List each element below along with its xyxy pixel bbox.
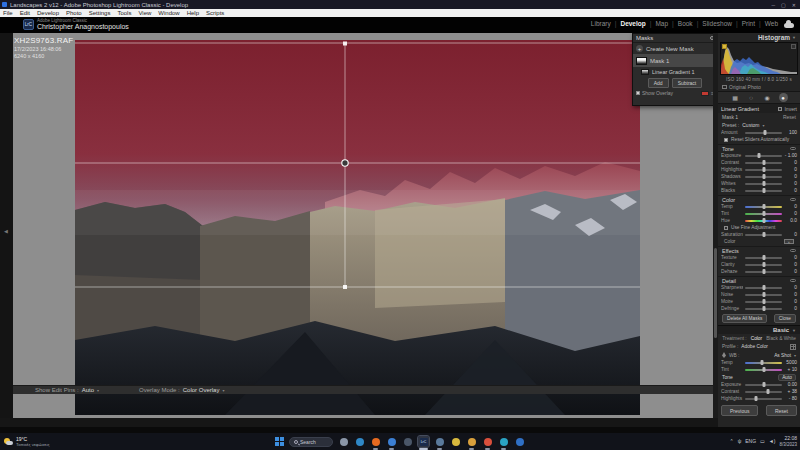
treatment-bw-option[interactable]: Black & White (766, 336, 796, 341)
outlook-icon[interactable] (514, 436, 525, 447)
histogram-graph[interactable] (720, 42, 798, 75)
start-button[interactable] (275, 437, 284, 446)
slider-track[interactable] (745, 384, 782, 386)
slider-track[interactable] (745, 264, 782, 266)
module-web[interactable]: Web (765, 20, 778, 27)
language-indicator[interactable]: ENG (745, 438, 756, 444)
close-button[interactable]: ✕ (792, 2, 796, 8)
create-new-mask-button[interactable]: + Create New Mask (633, 43, 717, 54)
profile-browser-icon[interactable] (790, 344, 796, 350)
masking-tool-icon[interactable]: ● (779, 93, 788, 102)
basic-panel-header[interactable]: Basic ▼ (718, 325, 800, 334)
treatment-color-option[interactable]: Color (751, 336, 762, 341)
slider-track[interactable] (745, 190, 782, 192)
slider-knob[interactable] (760, 360, 763, 365)
section-toggle-icon[interactable] (790, 279, 796, 282)
chrome-icon[interactable] (482, 436, 493, 447)
tray-chevron-up-icon[interactable]: ⌃ (729, 438, 733, 444)
edge-icon[interactable] (354, 436, 365, 447)
slider-knob[interactable] (762, 181, 765, 186)
slider-track[interactable] (745, 213, 782, 215)
slider-track[interactable] (745, 398, 782, 400)
slider-track[interactable] (745, 369, 782, 371)
slider-track[interactable] (745, 362, 782, 364)
invert-checkbox[interactable] (778, 107, 782, 111)
slider-knob[interactable] (762, 299, 765, 304)
slider-knob[interactable] (762, 174, 765, 179)
slider-knob[interactable] (762, 285, 765, 290)
slider-knob[interactable] (762, 160, 765, 165)
section-header-color[interactable]: Color (718, 195, 800, 203)
section-toggle-icon[interactable] (790, 249, 796, 252)
section-header-effects[interactable]: Effects (718, 246, 800, 254)
slider-knob[interactable] (762, 262, 765, 267)
mail-icon[interactable] (386, 436, 397, 447)
explorer-icon[interactable] (466, 436, 477, 447)
slider-knob[interactable] (762, 269, 765, 274)
slider-track[interactable] (745, 287, 782, 289)
slider-track[interactable] (745, 176, 782, 178)
subtract-button[interactable]: Subtract (672, 78, 703, 88)
profile-select[interactable]: Adobe Color (741, 344, 768, 349)
slider-knob[interactable] (762, 204, 765, 209)
menu-edit[interactable]: Edit (20, 10, 30, 16)
previous-button[interactable]: Previous (721, 405, 758, 416)
slider-track[interactable] (745, 391, 782, 393)
slider-knob[interactable] (762, 255, 765, 260)
crop-tool-icon[interactable]: ▦ (731, 93, 740, 102)
module-book[interactable]: Book (678, 20, 693, 27)
search-input[interactable]: Search (289, 437, 333, 447)
highlight-clipping-indicator[interactable] (791, 44, 796, 49)
slider-track[interactable] (745, 257, 782, 259)
left-panel-expand-icon[interactable]: ◀ (4, 228, 8, 234)
slider-track[interactable] (745, 271, 782, 273)
slider-track[interactable] (745, 308, 782, 310)
menu-help[interactable]: Help (187, 10, 199, 16)
reset-button[interactable]: Reset (766, 405, 797, 416)
close-button-masking[interactable]: Close (774, 314, 796, 323)
photos-icon[interactable] (434, 436, 445, 447)
module-library[interactable]: Library (591, 20, 611, 27)
overlay-mode-select[interactable]: Color Overlay (183, 387, 220, 393)
slider-knob[interactable] (766, 389, 769, 394)
section-header-tone[interactable]: Tone (718, 144, 800, 152)
menu-photo[interactable]: Photo (66, 10, 82, 16)
slider-knob[interactable] (762, 292, 765, 297)
add-button[interactable]: Add (648, 78, 669, 88)
fine-adjustment-checkbox[interactable] (724, 226, 728, 230)
preset-select[interactable]: Custom (742, 122, 759, 128)
edge-beta-icon[interactable] (498, 436, 509, 447)
photo-view[interactable] (75, 40, 640, 415)
slider-knob[interactable] (758, 153, 761, 158)
scrollbar-thumb[interactable] (714, 248, 717, 338)
lightroom-icon[interactable]: LrC (418, 436, 429, 447)
menu-settings[interactable]: Settings (89, 10, 111, 16)
slider-knob[interactable] (762, 188, 765, 193)
overlay-color-swatch[interactable] (701, 91, 709, 96)
slider-track[interactable] (745, 301, 782, 303)
menu-view[interactable]: View (138, 10, 151, 16)
slider-knob[interactable] (755, 396, 758, 401)
firefox-icon[interactable] (370, 436, 381, 447)
slider-track[interactable] (745, 220, 782, 222)
module-develop[interactable]: Develop (620, 20, 645, 27)
menu-file[interactable]: File (3, 10, 13, 16)
section-header-detail[interactable]: Detail (718, 276, 800, 284)
menu-scripts[interactable]: Scripts (206, 10, 224, 16)
steam-icon[interactable] (402, 436, 413, 447)
wb-eyedropper-icon[interactable] (722, 352, 726, 358)
minimize-button[interactable]: ─ (772, 2, 776, 8)
show-overlay-checkbox[interactable] (636, 91, 640, 95)
menu-window[interactable]: Window (158, 10, 179, 16)
mask-component-item[interactable]: Linear Gradient 1 (633, 67, 717, 77)
menu-tools[interactable]: Tools (117, 10, 131, 16)
color-swatch[interactable]: ✕ (784, 239, 794, 244)
delete-all-masks-button[interactable]: Delete All Masks (722, 314, 767, 323)
display-tray-icon[interactable]: ▭ (760, 438, 765, 444)
redeye-tool-icon[interactable]: ◉ (763, 93, 772, 102)
slider-track[interactable] (745, 183, 782, 185)
slider-knob[interactable] (762, 232, 765, 237)
slider-track[interactable] (745, 169, 782, 171)
slider-knob[interactable] (762, 382, 765, 387)
mask-item[interactable]: Mask 1 (633, 54, 717, 67)
